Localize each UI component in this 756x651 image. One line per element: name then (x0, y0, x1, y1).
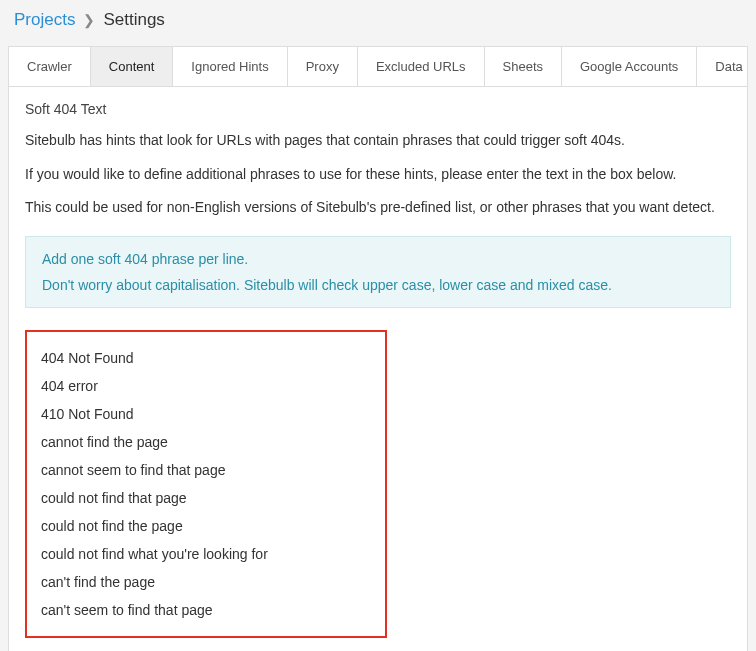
breadcrumb-current: Settings (103, 10, 164, 30)
phrase-line: could not find what you're looking for (41, 540, 371, 568)
phrase-line: could not find that page (41, 484, 371, 512)
tab-crawler[interactable]: Crawler (9, 47, 91, 86)
settings-panel: Soft 404 Text Sitebulb has hints that lo… (8, 87, 748, 651)
phrase-line: could not find the page (41, 512, 371, 540)
phrase-line: 404 Not Found (41, 344, 371, 372)
phrase-line: can't find the page (41, 568, 371, 596)
phrase-line: 404 error (41, 372, 371, 400)
phrase-line: cannot seem to find that page (41, 456, 371, 484)
tab-ignored-hints[interactable]: Ignored Hints (173, 47, 287, 86)
tab-data[interactable]: Data (697, 47, 756, 86)
breadcrumb-projects-link[interactable]: Projects (14, 10, 75, 30)
phrase-line: can't seem to find that page (41, 596, 371, 624)
chevron-right-icon: ❯ (83, 12, 95, 28)
info-line-1: Add one soft 404 phrase per line. (42, 251, 714, 267)
settings-tabs: Crawler Content Ignored Hints Proxy Excl… (8, 46, 748, 87)
tab-excluded-urls[interactable]: Excluded URLs (358, 47, 485, 86)
phrase-line: cannot find the page (41, 428, 371, 456)
info-box: Add one soft 404 phrase per line. Don't … (25, 236, 731, 308)
breadcrumb: Projects ❯ Settings (0, 0, 756, 40)
tab-proxy[interactable]: Proxy (288, 47, 358, 86)
info-line-2: Don't worry about capitalisation. Sitebu… (42, 277, 714, 293)
tab-sheets[interactable]: Sheets (485, 47, 562, 86)
tab-content[interactable]: Content (91, 47, 174, 86)
phrase-line: 410 Not Found (41, 400, 371, 428)
tab-google-accounts[interactable]: Google Accounts (562, 47, 697, 86)
soft-404-phrases-input[interactable]: 404 Not Found 404 error 410 Not Found ca… (25, 330, 387, 638)
section-desc-2: If you would like to define additional p… (25, 165, 731, 185)
section-desc-1: Sitebulb has hints that look for URLs wi… (25, 131, 731, 151)
section-title: Soft 404 Text (25, 101, 731, 117)
section-desc-3: This could be used for non-English versi… (25, 198, 731, 218)
